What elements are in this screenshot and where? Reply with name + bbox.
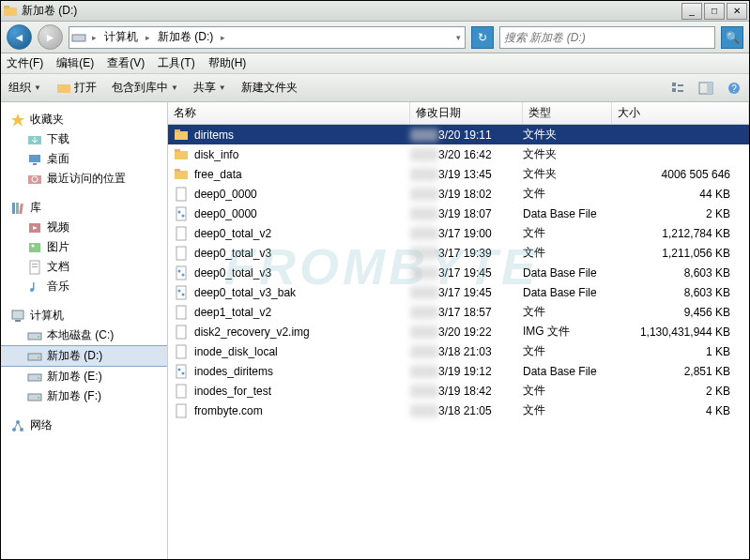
file-row[interactable]: free_data3/19 13:45文件夹4006 505 646 bbox=[168, 164, 749, 184]
help-icon[interactable]: ? bbox=[727, 81, 742, 96]
col-size[interactable]: 大小 bbox=[612, 102, 749, 124]
file-row[interactable]: deep0_00003/19 18:02文件44 KB bbox=[168, 184, 749, 204]
svg-point-56 bbox=[178, 269, 181, 272]
file-row[interactable]: inodes_for_test3/19 18:42文件2 KB bbox=[168, 381, 749, 401]
file-row[interactable]: deep1_total_v23/17 18:57文件9,456 KB bbox=[168, 302, 749, 322]
sidebar-library[interactable]: 库 bbox=[1, 198, 167, 218]
preview-pane-icon[interactable] bbox=[698, 81, 713, 96]
file-name: inodes_for_test bbox=[194, 385, 410, 398]
svg-rect-47 bbox=[175, 171, 188, 179]
search-button[interactable]: 🔍 bbox=[721, 26, 743, 49]
menu-edit[interactable]: 编辑(E) bbox=[56, 55, 94, 71]
breadcrumb-drive[interactable]: 新加卷 (D:) bbox=[156, 29, 215, 45]
svg-point-52 bbox=[182, 214, 185, 217]
sidebar-item-fav-1[interactable]: 桌面 bbox=[1, 149, 167, 169]
date-blur bbox=[410, 247, 438, 260]
star-icon bbox=[10, 113, 25, 128]
breadcrumb-computer[interactable]: 计算机 bbox=[102, 29, 140, 45]
file-name: disk_info bbox=[194, 148, 410, 161]
svg-rect-36 bbox=[28, 374, 41, 381]
file-row[interactable]: deep0_total_v33/17 19:45Data Base File8,… bbox=[168, 263, 749, 282]
file-icon bbox=[174, 344, 189, 359]
sidebar-item-comp-2[interactable]: 新加卷 (E:) bbox=[1, 367, 167, 386]
sidebar-item-label: 下载 bbox=[47, 131, 69, 147]
file-row[interactable]: deep0_total_v23/17 19:00文件1,212,784 KB bbox=[168, 223, 749, 243]
svg-rect-19 bbox=[16, 203, 19, 214]
file-row[interactable]: inode_disk_local3/18 21:03文件1 KB bbox=[168, 341, 749, 361]
file-area: 名称 修改日期 类型 大小 FROMBYTE diritems3/20 19:1… bbox=[168, 102, 749, 559]
file-name: disk2_recovery_v2.img bbox=[194, 325, 410, 339]
menu-bar: 文件(F) 编辑(E) 查看(V) 工具(T) 帮助(H) bbox=[1, 53, 749, 74]
newfolder-button[interactable]: 新建文件夹 bbox=[241, 80, 298, 96]
svg-rect-32 bbox=[28, 333, 41, 340]
svg-rect-43 bbox=[175, 131, 188, 140]
file-date: 3/20 16:42 bbox=[438, 148, 523, 161]
svg-rect-26 bbox=[32, 264, 38, 265]
picture-icon bbox=[27, 240, 42, 255]
toolbar: 组织▼ 打开 包含到库中▼ 共享▼ 新建文件夹 ? bbox=[1, 74, 749, 102]
sidebar-item-lib-0[interactable]: 视频 bbox=[1, 218, 167, 237]
sidebar-item-lib-3[interactable]: 音乐 bbox=[1, 277, 167, 296]
menu-tools[interactable]: 工具(T) bbox=[158, 55, 194, 71]
sidebar-network[interactable]: 网络 bbox=[1, 416, 167, 435]
file-row[interactable]: deep0_total_v33/17 19:39文件1,211,056 KB bbox=[168, 243, 749, 263]
share-button[interactable]: 共享▼ bbox=[193, 80, 226, 96]
file-size: 4 KB bbox=[612, 404, 749, 417]
maximize-button[interactable]: □ bbox=[704, 3, 725, 20]
file-type: Data Base File bbox=[523, 365, 612, 378]
file-row[interactable]: diritems3/20 19:11文件夹 bbox=[168, 125, 749, 144]
file-row[interactable]: frombyte.com3/18 21:05文件4 KB bbox=[168, 401, 749, 420]
include-button[interactable]: 包含到库中▼ bbox=[112, 80, 178, 96]
sidebar-item-lib-2[interactable]: 文档 bbox=[1, 257, 167, 277]
sidebar-item-comp-0[interactable]: 本地磁盘 (C:) bbox=[1, 325, 167, 345]
sidebar-computer[interactable]: 计算机 bbox=[1, 306, 167, 325]
menu-view[interactable]: 查看(V) bbox=[107, 55, 145, 71]
sidebar-favorites[interactable]: 收藏夹 bbox=[1, 110, 167, 129]
date-blur bbox=[410, 385, 438, 398]
menu-help[interactable]: 帮助(H) bbox=[208, 55, 247, 71]
svg-rect-23 bbox=[29, 243, 40, 252]
svg-marker-12 bbox=[11, 114, 24, 127]
music-icon bbox=[27, 280, 42, 295]
address-dropdown[interactable]: ▾ bbox=[454, 33, 463, 42]
search-input[interactable] bbox=[504, 31, 711, 44]
svg-rect-58 bbox=[176, 286, 186, 299]
date-blur bbox=[410, 306, 438, 319]
file-row[interactable]: inodes_diritems3/19 19:12Data Base File2… bbox=[168, 361, 749, 381]
sidebar-item-fav-0[interactable]: 下载 bbox=[1, 129, 167, 149]
address-bar[interactable]: ▸ 计算机 ▸ 新加卷 (D:) ▸ ▾ bbox=[69, 26, 466, 49]
file-row[interactable]: deep0_total_v3_bak3/17 19:45Data Base Fi… bbox=[168, 282, 749, 302]
file-name: diritems bbox=[194, 129, 410, 142]
file-size: 8,603 KB bbox=[612, 266, 749, 280]
view-options-icon[interactable] bbox=[670, 81, 685, 96]
sidebar-item-comp-1[interactable]: 新加卷 (D:) bbox=[1, 345, 167, 367]
search-box[interactable] bbox=[499, 26, 715, 49]
col-name[interactable]: 名称 bbox=[168, 102, 410, 124]
col-type[interactable]: 类型 bbox=[523, 102, 612, 124]
col-date[interactable]: 修改日期 bbox=[410, 102, 523, 124]
nav-bar: ◄ ► ▸ 计算机 ▸ 新加卷 (D:) ▸ ▾ ↻ 🔍 bbox=[1, 22, 749, 53]
folder-icon bbox=[174, 147, 189, 162]
refresh-button[interactable]: ↻ bbox=[471, 26, 494, 49]
file-row[interactable]: disk_info3/20 16:42文件夹 bbox=[168, 144, 749, 164]
file-row[interactable]: disk2_recovery_v2.img3/20 19:22IMG 文件1,1… bbox=[168, 322, 749, 341]
file-date: 3/19 18:42 bbox=[438, 385, 523, 398]
svg-rect-46 bbox=[175, 149, 180, 152]
sidebar-item-fav-2[interactable]: 最近访问的位置 bbox=[1, 169, 167, 189]
organize-button[interactable]: 组织▼ bbox=[8, 80, 41, 96]
forward-button[interactable]: ► bbox=[38, 24, 63, 50]
close-button[interactable]: ✕ bbox=[727, 3, 747, 20]
sidebar-item-lib-1[interactable]: 图片 bbox=[1, 237, 167, 257]
svg-rect-27 bbox=[32, 266, 38, 267]
minimize-button[interactable]: _ bbox=[681, 3, 702, 20]
file-row[interactable]: deep0_00003/19 18:07Data Base File2 KB bbox=[168, 204, 749, 223]
back-button[interactable]: ◄ bbox=[7, 24, 32, 50]
svg-rect-7 bbox=[678, 90, 683, 92]
file-list[interactable]: FROMBYTE diritems3/20 19:11文件夹disk_info3… bbox=[168, 125, 749, 559]
svg-rect-5 bbox=[672, 88, 676, 92]
menu-file[interactable]: 文件(F) bbox=[7, 55, 43, 71]
sidebar-item-comp-3[interactable]: 新加卷 (F:) bbox=[1, 386, 167, 406]
open-button[interactable]: 打开 bbox=[56, 80, 97, 96]
file-name: deep0_0000 bbox=[194, 207, 410, 220]
file-type: 文件夹 bbox=[523, 166, 612, 182]
